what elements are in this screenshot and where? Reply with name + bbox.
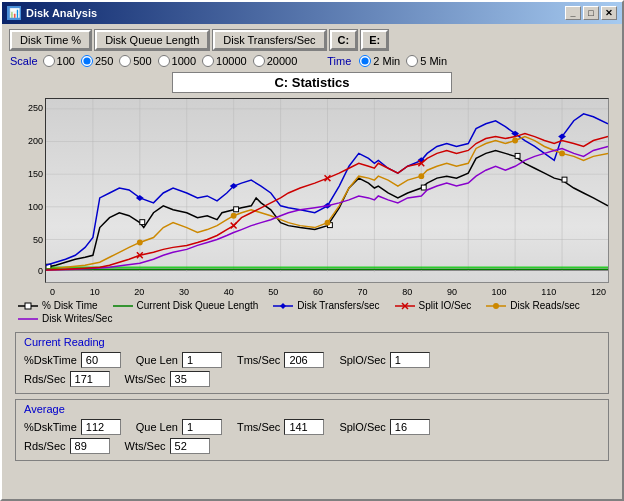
legend-disk-time: % Disk Time bbox=[18, 300, 98, 311]
rds-sec-value: 171 bbox=[70, 371, 110, 387]
current-reading-row1: %DskTime 60 Que Len 1 Tms/Sec 206 SplO/S… bbox=[24, 352, 600, 368]
stats-title: C: Statistics bbox=[172, 72, 452, 93]
y-label-150: 150 bbox=[28, 169, 43, 179]
svg-rect-19 bbox=[140, 220, 145, 225]
options-row: Scale 100 250 500 1000 10000 20000 Time … bbox=[10, 55, 614, 67]
svg-point-54 bbox=[493, 303, 499, 309]
window-title: Disk Analysis bbox=[26, 7, 97, 19]
time-label: Time bbox=[327, 55, 351, 67]
svg-rect-22 bbox=[421, 185, 426, 190]
scale-250[interactable]: 250 bbox=[81, 55, 113, 67]
avg-tms-sec-item: Tms/Sec 141 bbox=[237, 419, 324, 435]
drive-e-button[interactable]: E: bbox=[361, 30, 388, 50]
svg-marker-49 bbox=[280, 303, 286, 309]
minimize-button[interactable]: _ bbox=[565, 6, 581, 20]
avg-splo-sec-item: SplO/Sec 16 bbox=[339, 419, 429, 435]
maximize-button[interactable]: □ bbox=[583, 6, 599, 20]
dsk-time-item: %DskTime 60 bbox=[24, 352, 121, 368]
legend-transfers: Disk Transfers/sec bbox=[273, 300, 379, 311]
wts-sec-item: Wts/Sec 35 bbox=[125, 371, 210, 387]
average-row2: Rds/Sec 89 Wts/Sec 52 bbox=[24, 438, 600, 454]
avg-dsk-time-value: 112 bbox=[81, 419, 121, 435]
dsk-time-value: 60 bbox=[81, 352, 121, 368]
tms-sec-value: 206 bbox=[284, 352, 324, 368]
time-5min[interactable]: 5 Min bbox=[406, 55, 447, 67]
scale-20000[interactable]: 20000 bbox=[253, 55, 298, 67]
current-reading-title: Current Reading bbox=[24, 336, 600, 348]
svg-point-34 bbox=[418, 173, 424, 179]
title-buttons: _ □ ✕ bbox=[565, 6, 617, 20]
wts-sec-value: 35 bbox=[170, 371, 210, 387]
scale-group: 100 250 500 1000 10000 20000 bbox=[43, 55, 298, 67]
svg-rect-23 bbox=[515, 153, 520, 158]
chart-svg bbox=[46, 99, 608, 282]
tms-sec-item: Tms/Sec 206 bbox=[237, 352, 324, 368]
avg-wts-sec-value: 52 bbox=[170, 438, 210, 454]
legend-queue: Current Disk Queue Length bbox=[113, 300, 259, 311]
avg-rds-sec-value: 89 bbox=[70, 438, 110, 454]
que-len-value: 1 bbox=[182, 352, 222, 368]
svg-marker-30 bbox=[558, 134, 566, 140]
svg-point-32 bbox=[231, 213, 237, 219]
scale-label: Scale bbox=[10, 55, 38, 67]
disk-transfers-button[interactable]: Disk Transfers/Sec bbox=[213, 30, 325, 50]
chart-area bbox=[45, 98, 609, 283]
avg-que-len-value: 1 bbox=[182, 419, 222, 435]
disk-queue-button[interactable]: Disk Queue Length bbox=[95, 30, 209, 50]
drive-c-button[interactable]: C: bbox=[330, 30, 358, 50]
rds-sec-item: Rds/Sec 171 bbox=[24, 371, 110, 387]
splo-sec-item: SplO/Sec 1 bbox=[339, 352, 429, 368]
legend-writes: Disk Writes/Sec bbox=[18, 313, 112, 324]
disk-time-button[interactable]: Disk Time % bbox=[10, 30, 91, 50]
svg-rect-20 bbox=[234, 207, 239, 212]
y-label-200: 200 bbox=[28, 136, 43, 146]
svg-rect-46 bbox=[25, 303, 31, 309]
avg-tms-sec-value: 141 bbox=[284, 419, 324, 435]
y-label-250: 250 bbox=[28, 103, 43, 113]
scale-10000[interactable]: 10000 bbox=[202, 55, 247, 67]
current-reading-row2: Rds/Sec 171 Wts/Sec 35 bbox=[24, 371, 600, 387]
close-button[interactable]: ✕ bbox=[601, 6, 617, 20]
x-axis: 0 10 20 30 40 50 60 70 80 90 100 110 120 bbox=[10, 285, 614, 297]
avg-que-len-item: Que Len 1 bbox=[136, 419, 222, 435]
time-radio-group: 2 Min 5 Min bbox=[359, 55, 447, 67]
average-title: Average bbox=[24, 403, 600, 415]
svg-point-31 bbox=[137, 239, 143, 245]
window-icon: 📊 bbox=[7, 6, 21, 20]
y-label-100: 100 bbox=[28, 202, 43, 212]
svg-point-36 bbox=[559, 150, 565, 156]
scale-100[interactable]: 100 bbox=[43, 55, 75, 67]
svg-point-33 bbox=[325, 220, 331, 226]
current-reading-section: Current Reading %DskTime 60 Que Len 1 Tm… bbox=[15, 332, 609, 394]
avg-rds-sec-item: Rds/Sec 89 bbox=[24, 438, 110, 454]
legend-split: Split IO/Sec bbox=[395, 300, 472, 311]
que-len-item: Que Len 1 bbox=[136, 352, 222, 368]
toolbar: Disk Time % Disk Queue Length Disk Trans… bbox=[10, 30, 614, 50]
time-2min[interactable]: 2 Min bbox=[359, 55, 400, 67]
content-area: Disk Time % Disk Queue Length Disk Trans… bbox=[2, 24, 622, 471]
legend: % Disk Time Current Disk Queue Length Di… bbox=[10, 297, 614, 327]
average-row1: %DskTime 112 Que Len 1 Tms/Sec 141 SplO/… bbox=[24, 419, 600, 435]
main-window: 📊 Disk Analysis _ □ ✕ Disk Time % Disk Q… bbox=[0, 0, 624, 501]
y-label-0: 0 bbox=[38, 266, 43, 276]
scale-1000[interactable]: 1000 bbox=[158, 55, 196, 67]
title-bar: 📊 Disk Analysis _ □ ✕ bbox=[2, 2, 622, 24]
scale-500[interactable]: 500 bbox=[119, 55, 151, 67]
legend-reads: Disk Reads/sec bbox=[486, 300, 579, 311]
avg-dsk-time-item: %DskTime 112 bbox=[24, 419, 121, 435]
avg-splo-sec-value: 16 bbox=[390, 419, 430, 435]
time-group: Time 2 Min 5 Min bbox=[327, 55, 447, 67]
svg-point-35 bbox=[512, 138, 518, 144]
average-section: Average %DskTime 112 Que Len 1 Tms/Sec 1… bbox=[15, 399, 609, 461]
svg-rect-24 bbox=[562, 177, 567, 182]
avg-wts-sec-item: Wts/Sec 52 bbox=[125, 438, 210, 454]
splo-sec-value: 1 bbox=[390, 352, 430, 368]
y-label-50: 50 bbox=[33, 235, 43, 245]
